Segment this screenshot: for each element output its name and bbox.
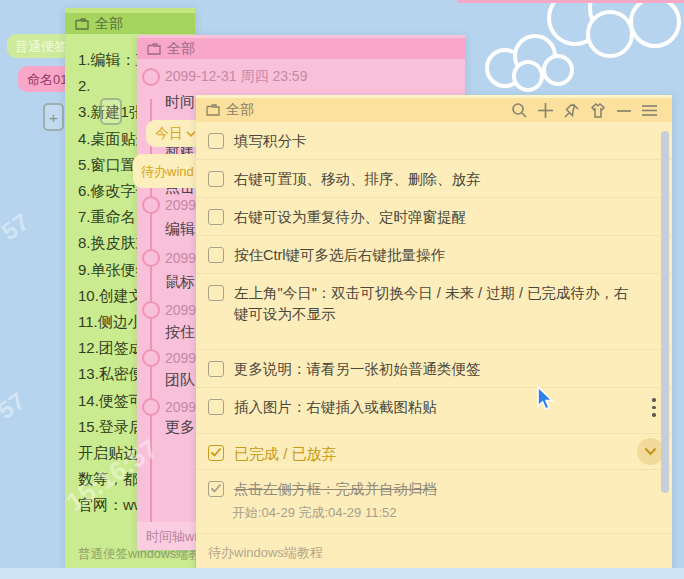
- timeline-dot[interactable]: [142, 349, 160, 367]
- todo-text: 左上角"今日"：双击可切换今日 / 未来 / 过期 / 已完成待办，右键可设为不…: [234, 283, 632, 325]
- desktop: 57 57 + 普通便签w 命名01 时间轴win 全部 1.编辑：直 2. 3…: [0, 0, 684, 579]
- today-filter-label: 今日: [155, 125, 183, 143]
- sidebar-tab-normal-note[interactable]: 普通便签w: [7, 34, 65, 58]
- timeline-dot[interactable]: [142, 249, 160, 267]
- archived-todo-row[interactable]: 点击左侧方框：完成并自动归档 开始:04-29 完成:04-29 11:52: [196, 470, 672, 534]
- todo-row[interactable]: 更多说明：请看另一张初始普通类便签: [196, 350, 672, 388]
- check-icon: [210, 483, 222, 494]
- folder-icon: [147, 43, 161, 55]
- add-note-ghost-button[interactable]: +: [100, 98, 122, 125]
- timeline-entry[interactable]: 团队: [165, 371, 195, 390]
- todo-note-titlebar[interactable]: 全部: [196, 95, 672, 122]
- timeline-dot[interactable]: [142, 398, 160, 416]
- todo-list: 填写积分卡 右键可置顶、移动、排序、删除、放弃 右键可设为重复待办、定时弹窗提醒…: [196, 122, 672, 534]
- timeline-entry[interactable]: 按住: [165, 323, 195, 342]
- todo-text: 更多说明：请看另一张初始普通类便签: [234, 359, 481, 380]
- docked-note-edge: [458, 0, 684, 3]
- chevron-down-icon: [644, 447, 657, 456]
- todo-row[interactable]: 右键可置顶、移动、排序、删除、放弃: [196, 160, 672, 198]
- check-icon: [210, 447, 222, 458]
- todo-row[interactable]: 插入图片：右键插入或截图粘贴: [196, 388, 672, 434]
- timeline-entry[interactable]: 鼠标: [165, 273, 195, 292]
- add-note-ghost-button[interactable]: +: [43, 103, 64, 131]
- green-note-titlebar[interactable]: 全部: [65, 8, 195, 34]
- done-section-header[interactable]: 已完成 / 已放弃: [196, 434, 672, 470]
- watermark: 57: [0, 387, 30, 425]
- today-filter-tab[interactable]: 今日: [146, 120, 196, 147]
- todo-row[interactable]: 按住Ctrl键可多选后右键批量操作: [196, 236, 672, 274]
- sidebar-tab-named-note[interactable]: 命名01: [18, 66, 65, 92]
- todo-text: 右键可置顶、移动、排序、删除、放弃: [234, 169, 481, 190]
- todo-note-footer: 待办windows端教程: [196, 534, 672, 568]
- plus-icon[interactable]: [537, 102, 554, 119]
- done-section-label: 已完成 / 已放弃: [234, 443, 337, 464]
- green-note-title: 全部: [95, 15, 123, 33]
- search-icon[interactable]: [511, 102, 528, 119]
- pink-note-titlebar[interactable]: 全部: [137, 35, 465, 59]
- more-options-icon[interactable]: [652, 398, 656, 421]
- checkbox[interactable]: [208, 399, 224, 415]
- timeline-entry[interactable]: 更多: [165, 418, 195, 437]
- scrollbar[interactable]: [661, 131, 669, 493]
- checkbox[interactable]: [208, 361, 224, 377]
- checkbox[interactable]: [208, 171, 224, 187]
- desktop-bottom-strip: [0, 568, 684, 579]
- timeline-entry[interactable]: 时间: [165, 93, 195, 112]
- folder-icon: [75, 18, 89, 30]
- todo-text: 插入图片：右键插入或截图粘贴: [234, 397, 437, 418]
- checkbox-checked[interactable]: [208, 445, 224, 461]
- timeline-dot[interactable]: [142, 196, 160, 214]
- todo-row[interactable]: 填写积分卡: [196, 122, 672, 160]
- checkbox[interactable]: [208, 285, 224, 301]
- collapse-section-button[interactable]: [637, 438, 664, 465]
- folder-icon: [206, 104, 220, 116]
- checkbox[interactable]: [208, 133, 224, 149]
- todo-row[interactable]: 左上角"今日"：双击可切换今日 / 未来 / 过期 / 已完成待办，右键可设为不…: [196, 274, 672, 350]
- sidebar-tab-todo-note[interactable]: 待办wind: [133, 154, 196, 188]
- timeline-date: 2099-12-31 周四 23:59: [165, 68, 307, 86]
- timeline-dot[interactable]: [142, 68, 160, 86]
- checkbox[interactable]: [208, 247, 224, 263]
- timeline-entry[interactable]: 编辑: [165, 220, 195, 239]
- watermark: 57: [0, 208, 34, 246]
- skin-icon[interactable]: [589, 102, 607, 119]
- checkbox[interactable]: [208, 209, 224, 225]
- pink-note-title: 全部: [167, 40, 195, 58]
- chevron-down-icon: [186, 130, 196, 138]
- todo-text: 按住Ctrl键可多选后右键批量操作: [234, 245, 445, 266]
- menu-icon[interactable]: [641, 102, 658, 119]
- todo-timestamps: 开始:04-29 完成:04-29 11:52: [232, 504, 632, 522]
- archived-todo-text: 点击左侧方框：完成并自动归档: [234, 479, 437, 500]
- todo-note-title: 全部: [226, 101, 254, 119]
- todo-row[interactable]: 右键可设为重复待办、定时弹窗提醒: [196, 198, 672, 236]
- todo-text: 右键可设为重复待办、定时弹窗提醒: [234, 207, 466, 228]
- mouse-cursor: [536, 386, 556, 412]
- pin-icon[interactable]: [563, 102, 580, 119]
- todo-text: 填写积分卡: [234, 131, 307, 152]
- checkbox-checked[interactable]: [208, 481, 224, 497]
- todo-note-window: 全部: [196, 95, 672, 568]
- minimize-icon[interactable]: [616, 102, 632, 119]
- timeline-dot[interactable]: [142, 301, 160, 319]
